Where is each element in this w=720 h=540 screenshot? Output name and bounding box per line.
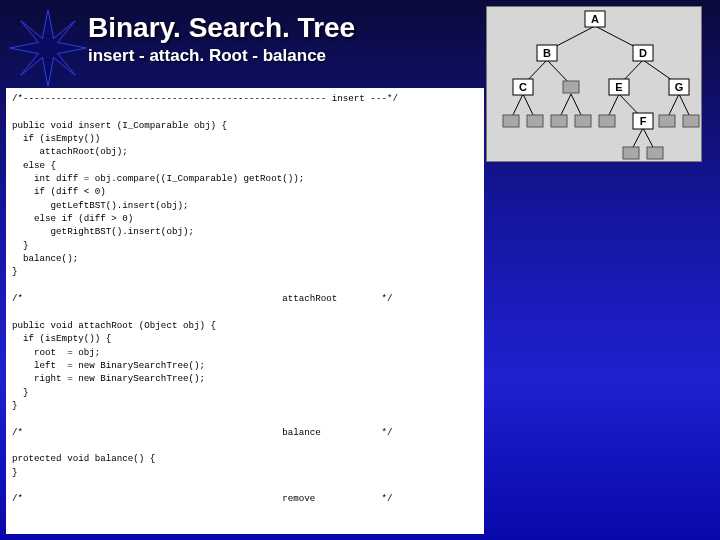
code-line: else { [12, 160, 56, 171]
tree-node-c: C [519, 81, 527, 93]
tree-node-e: E [615, 81, 622, 93]
code-line: if (diff < 0) [12, 186, 106, 197]
code-line: right = new BinarySearchTree(); [12, 373, 205, 384]
tree-diagram: A B D C E G F [486, 6, 702, 162]
code-line: getRightBST().insert(obj); [12, 226, 194, 237]
code-line: getLeftBST().insert(obj); [12, 200, 188, 211]
svg-rect-31 [683, 115, 699, 127]
code-line: if (isEmpty()) { [12, 333, 111, 344]
svg-rect-21 [563, 81, 579, 93]
tree-node-f: F [640, 115, 647, 127]
svg-rect-24 [503, 115, 519, 127]
code-line: root = obj; [12, 347, 100, 358]
tree-node-g: G [675, 81, 684, 93]
code-line: if (isEmpty()) [12, 133, 100, 144]
code-line: balance(); [12, 253, 78, 264]
svg-rect-25 [527, 115, 543, 127]
code-line: } [12, 467, 18, 478]
code-line: } [12, 387, 29, 398]
svg-rect-28 [599, 115, 615, 127]
tree-node-d: D [639, 47, 647, 59]
code-line: public void insert (I_Comparable obj) { [12, 120, 227, 131]
code-line: } [12, 400, 18, 411]
svg-rect-32 [623, 147, 639, 159]
code-line: attachRoot(obj); [12, 146, 128, 157]
code-line: /* remove */ [12, 493, 392, 504]
tree-node-a: A [591, 13, 599, 25]
code-line: } [12, 266, 18, 277]
code-line: int diff = obj.compare((I_Comparable) ge… [12, 173, 304, 184]
code-line: public void attachRoot (Object obj) { [12, 320, 216, 331]
code-line: left = new BinarySearchTree(); [12, 360, 205, 371]
code-line: } [12, 240, 29, 251]
code-line: /* attachRoot */ [12, 293, 392, 304]
code-line: protected void balance() { [12, 453, 155, 464]
code-line: /*--------------------------------------… [12, 93, 398, 104]
code-listing: /*--------------------------------------… [6, 88, 484, 534]
tree-node-b: B [543, 47, 551, 59]
code-line: /* balance */ [12, 427, 392, 438]
svg-rect-27 [575, 115, 591, 127]
svg-rect-33 [647, 147, 663, 159]
code-line: else if (diff > 0) [12, 213, 133, 224]
svg-rect-30 [659, 115, 675, 127]
svg-rect-26 [551, 115, 567, 127]
